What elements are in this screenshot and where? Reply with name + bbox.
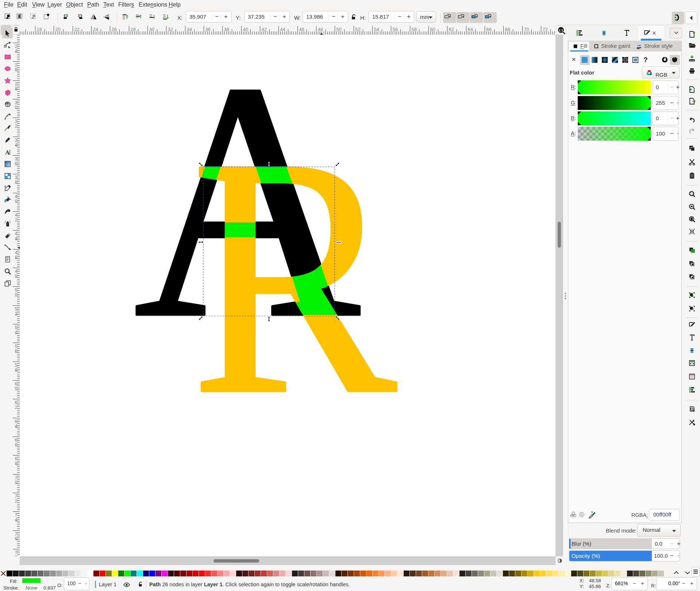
svg-text:8: 8 [15,179,17,185]
svg-text:8: 8 [15,273,17,279]
svg-text:56: 56 [393,27,398,32]
svg-text:6: 6 [15,67,17,72]
svg-text:1:1: 1:1 [559,28,564,32]
svg-text:4: 4 [15,517,17,522]
svg-text:2: 2 [15,217,17,222]
svg-text:6: 6 [15,536,17,541]
svg-text:0: 0 [15,104,17,110]
svg-text:0: 0 [15,198,17,204]
svg-text:0: 0 [15,386,17,391]
svg-text:4: 4 [15,236,17,241]
svg-text:2: 2 [15,123,17,129]
svg-text:2: 2 [15,498,17,504]
svg-text:70: 70 [524,27,529,32]
svg-text:8: 8 [15,461,17,466]
svg-text:42: 42 [262,27,267,32]
svg-text:4: 4 [15,329,17,335]
svg-text:18: 18 [37,27,42,32]
svg-text:8: 8 [15,86,17,91]
svg-text:60: 60 [430,27,435,32]
svg-text:20: 20 [55,27,61,32]
svg-text:66: 66 [486,27,492,32]
svg-text:6: 6 [15,255,17,260]
svg-text:62: 62 [449,27,454,32]
svg-text:54: 54 [374,27,379,32]
svg-text:40: 40 [243,27,248,32]
svg-text:30: 30 [149,27,154,32]
svg-text:6: 6 [15,348,17,354]
svg-text:4: 4 [15,423,17,429]
svg-text:36: 36 [205,27,211,32]
svg-text:8: 8 [15,554,17,556]
svg-text:6: 6 [15,442,17,447]
svg-text:2: 2 [15,311,17,316]
svg-text:A: A [5,149,10,156]
svg-text:48: 48 [318,27,323,32]
svg-text:64: 64 [468,27,473,32]
svg-text:38: 38 [224,27,229,32]
svg-text:52: 52 [355,27,361,32]
svg-text:58: 58 [412,27,417,32]
svg-text:4: 4 [15,48,17,54]
svg-text:26: 26 [112,27,117,32]
svg-text:50: 50 [336,27,342,32]
svg-text:24: 24 [93,27,98,32]
svg-text:32: 32 [168,27,173,32]
svg-text:44: 44 [280,27,285,32]
svg-text:4: 4 [15,142,17,148]
svg-text:34: 34 [187,27,192,32]
svg-text:6: 6 [15,161,17,166]
svg-text:72: 72 [543,27,548,32]
svg-text:2: 2 [15,404,17,410]
svg-text:0: 0 [15,480,17,485]
svg-text:22: 22 [74,27,80,32]
svg-text:28: 28 [131,27,136,32]
svg-text:68: 68 [505,27,510,32]
svg-text:46: 46 [299,27,304,32]
svg-text:0: 0 [15,292,17,297]
svg-text:8: 8 [15,367,17,373]
